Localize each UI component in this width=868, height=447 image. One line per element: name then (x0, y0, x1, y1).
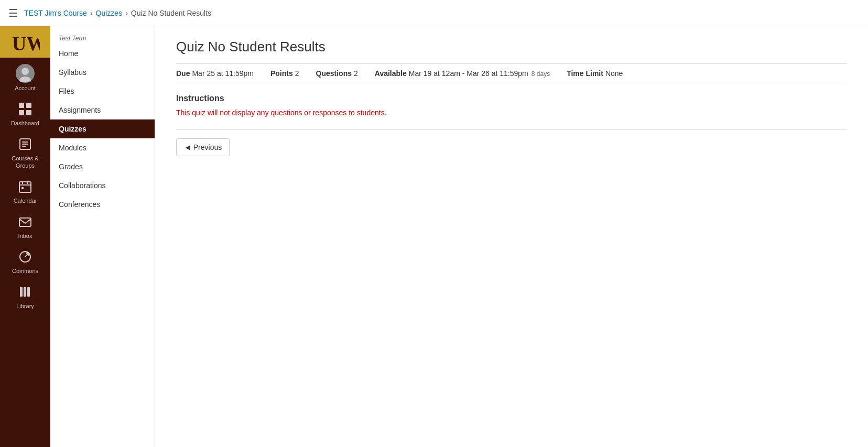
svg-rect-21 (27, 287, 30, 297)
instructions-text: This quiz will not display any questions… (176, 108, 847, 117)
sidebar-item-account-label: Account (15, 85, 36, 92)
svg-rect-7 (26, 110, 31, 115)
course-nav-modules[interactable]: Modules (50, 138, 155, 157)
sidebar-item-calendar-label: Calendar (14, 198, 37, 204)
meta-points-value: 2 (295, 69, 299, 78)
meta-due: Due Mar 25 at 11:59pm (176, 69, 254, 78)
meta-points: Points 2 (270, 69, 299, 78)
course-term: Test Term (50, 26, 155, 44)
sidebar-item-library-label: Library (16, 303, 34, 310)
quiz-divider (176, 129, 847, 130)
logo-svg: UW (11, 30, 40, 54)
meta-available-value: Mar 19 at 12am - Mar 26 at 11:59pm (409, 69, 528, 78)
calendar-icon (18, 180, 32, 195)
svg-rect-4 (19, 103, 24, 108)
previous-button[interactable]: ◄ Previous (176, 138, 230, 156)
sidebar-item-account[interactable]: Account (0, 58, 50, 96)
content-area: Quiz No Student Results Due Mar 25 at 11… (155, 26, 868, 447)
breadcrumb-quizzes[interactable]: Quizzes (96, 9, 123, 17)
breadcrumb-sep1: › (90, 9, 93, 17)
course-nav-files[interactable]: Files (50, 82, 155, 101)
svg-rect-12 (19, 182, 31, 192)
svg-rect-10 (22, 144, 28, 145)
svg-text:UW: UW (12, 32, 40, 54)
sidebar-item-commons[interactable]: Commons (0, 244, 50, 279)
course-nav-syllabus[interactable]: Syllabus (50, 63, 155, 82)
svg-rect-20 (24, 287, 26, 297)
sidebar-item-dashboard-label: Dashboard (11, 120, 39, 127)
course-nav: Test Term Home Syllabus Files Assignment… (50, 26, 155, 447)
courses-icon (18, 137, 32, 153)
topbar: ☰ TEST Jim's Course › Quizzes › Quiz No … (0, 0, 868, 26)
breadcrumb-sep2: › (125, 9, 128, 17)
instructions-heading: Instructions (176, 94, 847, 103)
meta-time-limit-label: Time Limit (567, 69, 603, 78)
meta-time-limit-value: None (605, 69, 623, 78)
quiz-meta-bar: Due Mar 25 at 11:59pm Points 2 Questions… (176, 63, 847, 83)
sidebar-item-inbox-label: Inbox (18, 233, 32, 239)
library-icon (18, 285, 32, 301)
sidebar-item-dashboard[interactable]: Dashboard (0, 96, 50, 131)
quiz-title: Quiz No Student Results (176, 39, 847, 55)
dashboard-icon (18, 102, 32, 118)
meta-questions-label: Questions (316, 69, 352, 78)
breadcrumb-course[interactable]: TEST Jim's Course (24, 9, 87, 17)
meta-questions-value: 2 (354, 69, 358, 78)
svg-rect-5 (26, 103, 31, 108)
svg-rect-16 (21, 187, 24, 189)
course-nav-home[interactable]: Home (50, 44, 155, 63)
global-nav: UW Account Dashboard Courses &Groups (0, 26, 50, 447)
account-icon (16, 64, 35, 83)
breadcrumb: TEST Jim's Course › Quizzes › Quiz No St… (24, 9, 211, 17)
inbox-icon (18, 215, 32, 231)
uw-logo: UW (0, 26, 50, 58)
svg-rect-11 (22, 146, 26, 147)
course-nav-grades[interactable]: Grades (50, 157, 155, 176)
meta-available: Available Mar 19 at 12am - Mar 26 at 11:… (375, 69, 550, 78)
course-nav-assignments[interactable]: Assignments (50, 101, 155, 119)
meta-points-label: Points (270, 69, 293, 78)
main-layout: UW Account Dashboard Courses &Groups (0, 26, 868, 447)
meta-available-label: Available (375, 69, 407, 78)
commons-icon (18, 250, 32, 266)
meta-due-label: Due (176, 69, 190, 78)
sidebar-item-courses-label: Courses &Groups (12, 155, 38, 169)
sidebar-item-courses[interactable]: Courses &Groups (0, 131, 50, 173)
meta-questions: Questions 2 (316, 69, 358, 78)
hamburger-icon[interactable]: ☰ (8, 7, 18, 19)
sidebar-item-calendar[interactable]: Calendar (0, 173, 50, 209)
sidebar-item-inbox[interactable]: Inbox (0, 209, 50, 244)
svg-rect-19 (20, 287, 23, 297)
course-nav-quizzes[interactable]: Quizzes (50, 119, 155, 138)
course-nav-conferences[interactable]: Conferences (50, 195, 155, 214)
logo-bg: UW (7, 29, 44, 55)
meta-due-value: Mar 25 at 11:59pm (192, 69, 254, 78)
svg-rect-6 (19, 110, 24, 115)
sidebar-item-library[interactable]: Library (0, 279, 50, 314)
sidebar-item-commons-label: Commons (12, 268, 38, 275)
breadcrumb-current: Quiz No Student Results (131, 9, 211, 17)
meta-available-days: 8 days (531, 70, 550, 78)
svg-rect-9 (22, 141, 28, 143)
svg-rect-17 (19, 218, 31, 226)
svg-point-2 (21, 68, 29, 75)
course-nav-collaborations[interactable]: Collaborations (50, 176, 155, 195)
meta-time-limit: Time Limit None (567, 69, 623, 78)
